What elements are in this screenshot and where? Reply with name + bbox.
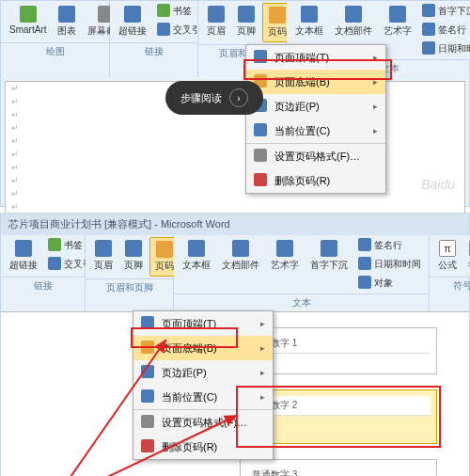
wordart-button[interactable]: 艺术字 <box>379 3 416 40</box>
object-button[interactable]: 对象 <box>354 275 425 292</box>
header-button[interactable]: 页眉 <box>89 237 118 275</box>
menu-current-pos[interactable]: 当前位置(C)▸ <box>246 119 385 143</box>
equation-button[interactable]: π公式 <box>433 237 462 275</box>
textbox-button[interactable]: 文本框 <box>178 237 215 275</box>
menu-page-bottom[interactable]: 页面底端(B)▸ <box>246 70 385 94</box>
parts-icon <box>345 6 362 23</box>
footer-icon <box>238 6 255 23</box>
menu-page-margin[interactable]: 页边距(P)▸ <box>133 360 273 385</box>
menu-remove-pagenum[interactable]: 删除页码(R) <box>246 168 385 193</box>
watermark: Baidu <box>421 177 455 192</box>
window-title: 芯片项目商业计划书 [兼容模式] - Microsoft Word <box>1 214 469 235</box>
obj-icon <box>358 276 371 289</box>
pagenum-menu: 页面顶端(T)▸ 页面底端(B)▸ 页边距(P)▸ 当前位置(C)▸ 设置页码格… <box>245 44 386 194</box>
group-headerfooter: 页眉和页脚 <box>86 278 173 296</box>
screenshot-top: SmartArt 图表 屏幕截图 绘图 超链接 书签 交叉引用 链接 页眉 页脚… <box>0 0 470 207</box>
group-illustrations: 绘图 <box>1 42 109 60</box>
wordart-icon <box>389 6 406 23</box>
bookmark-icon <box>48 238 61 251</box>
header-icon <box>208 6 225 23</box>
footer-button[interactable]: 页脚 <box>232 3 260 40</box>
textbox-icon <box>188 240 205 257</box>
chevron-right-icon: ▸ <box>373 126 378 135</box>
datetime-button[interactable]: 日期和时间 <box>354 256 425 273</box>
sig-icon <box>358 238 371 251</box>
group-links: 链接 <box>110 42 197 60</box>
remove-icon <box>254 173 267 186</box>
dropcap-button[interactable]: 首字下沉 <box>418 3 470 20</box>
ribbon-groups: SmartArt 图表 屏幕截图 绘图 超链接 书签 交叉引用 链接 页眉 页脚… <box>1 1 469 77</box>
sigline-button[interactable]: 签名行 <box>418 22 470 39</box>
dropcap-icon <box>321 240 337 257</box>
wordart-button[interactable]: 艺术字 <box>266 237 304 275</box>
group-text: 文本 <box>174 294 429 311</box>
footer-icon <box>125 240 142 257</box>
symbol-button[interactable]: Ω符号 <box>463 237 470 275</box>
crossref-icon <box>48 257 61 270</box>
wordart-icon <box>276 240 293 257</box>
crossref-icon <box>157 23 170 36</box>
sigline-button[interactable]: 签名行 <box>354 237 425 254</box>
chevron-right-icon: ▸ <box>373 77 378 87</box>
chevron-right-icon: › <box>229 88 248 107</box>
menu-page-margin[interactable]: 页边距(P)▸ <box>246 94 385 119</box>
group-links: 链接 <box>1 277 85 294</box>
textbox-button[interactable]: 文本框 <box>290 3 328 40</box>
menu-format-pagenum[interactable]: 设置页码格式(F)… <box>133 410 273 435</box>
curpos-icon <box>254 123 267 136</box>
ribbon-groups: 超链接 书签 交叉引用 链接 页眉 页脚 页码 页眉和页脚 文本框 文档部件 艺… <box>1 235 469 311</box>
menu-format-pagenum[interactable]: 设置页码格式(F)… <box>246 144 385 168</box>
header-icon <box>95 240 112 257</box>
pagetop-icon <box>254 50 267 63</box>
screenshot-bottom: 芯片项目商业计划书 [兼容模式] - Microsoft Word 超链接 书签… <box>0 213 470 476</box>
pagenum-icon <box>156 241 173 258</box>
dropcap-icon <box>422 4 435 17</box>
parts-icon <box>232 240 249 257</box>
link-icon <box>124 6 141 23</box>
link-icon <box>15 240 32 257</box>
hyperlink-button[interactable]: 超链接 <box>114 3 151 40</box>
date-icon <box>422 41 435 55</box>
chart-icon <box>58 6 75 23</box>
menu-page-top[interactable]: 页面顶端(T)▸ <box>246 45 385 70</box>
smartart-icon <box>20 6 37 23</box>
footer-button[interactable]: 页脚 <box>119 237 148 275</box>
step-tooltip[interactable]: 步骤阅读 › <box>165 81 263 115</box>
menu-remove-pagenum[interactable]: 删除页码(R) <box>133 435 273 459</box>
pi-icon: π <box>439 240 456 257</box>
textbox-icon <box>301 6 318 23</box>
pagenum-menu: 页面顶端(T)▸ 页面底端(B)▸ 页边距(P)▸ 当前位置(C)▸ 设置页码格… <box>133 310 274 460</box>
bookmark-icon <box>157 4 170 17</box>
quickparts-button[interactable]: 文档部件 <box>330 3 377 40</box>
hyperlink-button[interactable]: 超链接 <box>5 237 42 275</box>
menu-page-top[interactable]: 页面顶端(T)▸ <box>133 311 273 336</box>
gallery-opt3[interactable]: 普通数字 3 <box>240 459 437 476</box>
date-icon <box>358 257 371 270</box>
pagenum-icon <box>269 7 286 24</box>
group-symbols: 符号 <box>430 277 470 294</box>
sig-icon <box>422 23 435 36</box>
chevron-right-icon: ▸ <box>373 53 378 62</box>
header-button[interactable]: 页眉 <box>202 3 230 40</box>
menu-page-bottom[interactable]: 页面底端(B)▸ <box>133 336 273 360</box>
chevron-right-icon: ▸ <box>373 102 378 111</box>
chart-button[interactable]: 图表 <box>53 3 81 40</box>
dropcap-button[interactable]: 首字下沉 <box>306 237 352 275</box>
format-icon <box>254 149 267 162</box>
smartart-button[interactable]: SmartArt <box>5 3 51 38</box>
quickparts-button[interactable]: 文档部件 <box>217 237 264 275</box>
datetime-button[interactable]: 日期和时间 <box>418 40 470 57</box>
menu-current-pos[interactable]: 当前位置(C)▸ <box>133 385 273 409</box>
